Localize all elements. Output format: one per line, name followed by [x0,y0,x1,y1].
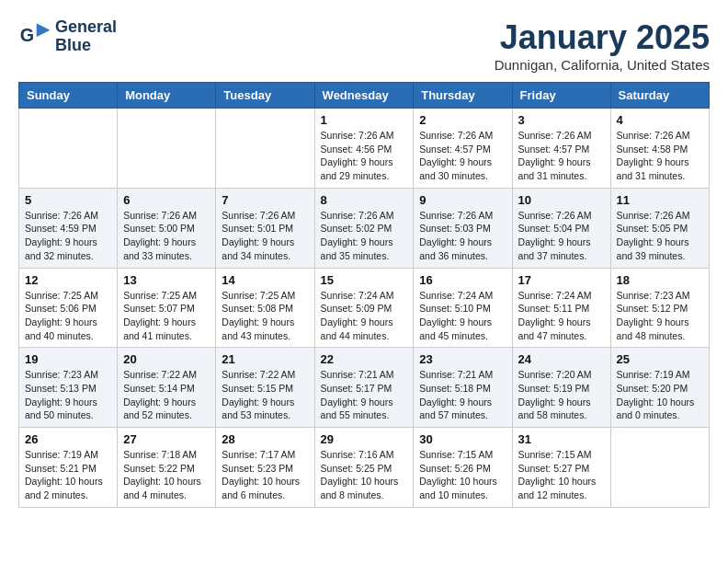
logo-line1: General [55,18,117,37]
day-info: Sunrise: 7:22 AM Sunset: 5:15 PM Dayligh… [222,368,308,422]
day-number: 28 [222,432,308,446]
calendar-cell: 4Sunrise: 7:26 AM Sunset: 4:58 PM Daylig… [610,109,709,189]
day-number: 26 [25,432,111,446]
day-info: Sunrise: 7:26 AM Sunset: 4:57 PM Dayligh… [419,129,506,183]
day-number: 15 [321,273,408,287]
day-number: 14 [222,273,308,287]
calendar-week-row: 1Sunrise: 7:26 AM Sunset: 4:56 PM Daylig… [19,109,710,189]
day-info: Sunrise: 7:26 AM Sunset: 4:57 PM Dayligh… [518,129,605,183]
calendar-cell: 24Sunrise: 7:20 AM Sunset: 5:19 PM Dayli… [512,348,610,428]
day-info: Sunrise: 7:25 AM Sunset: 5:08 PM Dayligh… [222,289,308,343]
day-number: 22 [321,352,408,366]
day-info: Sunrise: 7:18 AM Sunset: 5:22 PM Dayligh… [123,448,210,502]
day-info: Sunrise: 7:20 AM Sunset: 5:19 PM Dayligh… [518,368,605,422]
day-number: 6 [123,193,210,207]
day-number: 9 [419,193,506,207]
day-number: 5 [25,193,111,207]
calendar-header-wednesday: Wednesday [314,83,414,109]
calendar-cell: 7Sunrise: 7:26 AM Sunset: 5:01 PM Daylig… [216,188,314,268]
day-number: 18 [617,273,703,287]
day-info: Sunrise: 7:26 AM Sunset: 5:01 PM Dayligh… [222,209,308,263]
day-info: Sunrise: 7:21 AM Sunset: 5:18 PM Dayligh… [419,368,506,422]
title-block: January 2025 Dunnigan, California, Unite… [495,18,710,73]
calendar-cell: 20Sunrise: 7:22 AM Sunset: 5:14 PM Dayli… [118,348,216,428]
day-info: Sunrise: 7:26 AM Sunset: 5:05 PM Dayligh… [617,209,703,263]
day-number: 24 [518,352,605,366]
day-info: Sunrise: 7:26 AM Sunset: 5:02 PM Dayligh… [321,209,408,263]
calendar-cell [610,428,709,508]
logo-line2: Blue [55,37,117,55]
day-info: Sunrise: 7:26 AM Sunset: 5:04 PM Dayligh… [518,209,605,263]
day-info: Sunrise: 7:16 AM Sunset: 5:25 PM Dayligh… [321,448,408,502]
day-number: 31 [518,432,605,446]
calendar-cell: 28Sunrise: 7:17 AM Sunset: 5:23 PM Dayli… [216,428,314,508]
calendar-cell: 18Sunrise: 7:23 AM Sunset: 5:12 PM Dayli… [610,268,709,348]
calendar-cell: 17Sunrise: 7:24 AM Sunset: 5:11 PM Dayli… [512,268,610,348]
calendar-week-row: 5Sunrise: 7:26 AM Sunset: 4:59 PM Daylig… [19,188,710,268]
day-info: Sunrise: 7:24 AM Sunset: 5:10 PM Dayligh… [419,289,506,343]
day-number: 19 [25,352,111,366]
calendar-header-tuesday: Tuesday [216,83,314,109]
day-number: 13 [123,273,210,287]
day-number: 8 [321,193,408,207]
calendar-cell: 14Sunrise: 7:25 AM Sunset: 5:08 PM Dayli… [216,268,314,348]
calendar-cell: 22Sunrise: 7:21 AM Sunset: 5:17 PM Dayli… [314,348,414,428]
calendar-cell: 11Sunrise: 7:26 AM Sunset: 5:05 PM Dayli… [610,188,709,268]
day-info: Sunrise: 7:19 AM Sunset: 5:20 PM Dayligh… [617,368,703,422]
calendar-header-sunday: Sunday [19,83,118,109]
calendar-cell: 15Sunrise: 7:24 AM Sunset: 5:09 PM Dayli… [314,268,414,348]
calendar-header-thursday: Thursday [414,83,512,109]
calendar-cell: 9Sunrise: 7:26 AM Sunset: 5:03 PM Daylig… [414,188,512,268]
calendar-cell: 6Sunrise: 7:26 AM Sunset: 5:00 PM Daylig… [118,188,216,268]
logo: G General Blue [18,18,117,55]
day-number: 10 [518,193,605,207]
calendar-cell: 16Sunrise: 7:24 AM Sunset: 5:10 PM Dayli… [414,268,512,348]
page-header: G General Blue January 2025 Dunnigan, Ca… [18,18,710,73]
calendar-cell: 26Sunrise: 7:19 AM Sunset: 5:21 PM Dayli… [19,428,118,508]
day-info: Sunrise: 7:26 AM Sunset: 5:00 PM Dayligh… [123,209,210,263]
day-number: 1 [321,113,408,127]
logo-text: General Blue [55,18,117,55]
calendar-cell: 10Sunrise: 7:26 AM Sunset: 5:04 PM Dayli… [512,188,610,268]
day-info: Sunrise: 7:25 AM Sunset: 5:07 PM Dayligh… [123,289,210,343]
calendar-cell: 8Sunrise: 7:26 AM Sunset: 5:02 PM Daylig… [314,188,414,268]
calendar-cell: 21Sunrise: 7:22 AM Sunset: 5:15 PM Dayli… [216,348,314,428]
day-number: 11 [617,193,703,207]
day-info: Sunrise: 7:17 AM Sunset: 5:23 PM Dayligh… [222,448,308,502]
day-info: Sunrise: 7:21 AM Sunset: 5:17 PM Dayligh… [321,368,408,422]
calendar-cell: 25Sunrise: 7:19 AM Sunset: 5:20 PM Dayli… [610,348,709,428]
day-info: Sunrise: 7:25 AM Sunset: 5:06 PM Dayligh… [25,289,111,343]
location: Dunnigan, California, United States [495,57,710,73]
calendar-header-monday: Monday [118,83,216,109]
calendar-cell: 13Sunrise: 7:25 AM Sunset: 5:07 PM Dayli… [118,268,216,348]
day-info: Sunrise: 7:26 AM Sunset: 4:56 PM Dayligh… [321,129,408,183]
day-info: Sunrise: 7:19 AM Sunset: 5:21 PM Dayligh… [25,448,111,502]
day-number: 25 [617,352,703,366]
day-number: 27 [123,432,210,446]
calendar-cell: 3Sunrise: 7:26 AM Sunset: 4:57 PM Daylig… [512,109,610,189]
day-info: Sunrise: 7:26 AM Sunset: 4:58 PM Dayligh… [617,129,703,183]
logo-icon: G [18,20,51,53]
day-info: Sunrise: 7:26 AM Sunset: 4:59 PM Dayligh… [25,209,111,263]
day-info: Sunrise: 7:24 AM Sunset: 5:11 PM Dayligh… [518,289,605,343]
day-number: 16 [419,273,506,287]
calendar-cell: 19Sunrise: 7:23 AM Sunset: 5:13 PM Dayli… [19,348,118,428]
day-number: 12 [25,273,111,287]
day-info: Sunrise: 7:23 AM Sunset: 5:12 PM Dayligh… [617,289,703,343]
calendar-header-saturday: Saturday [610,83,709,109]
calendar-cell: 23Sunrise: 7:21 AM Sunset: 5:18 PM Dayli… [414,348,512,428]
calendar-cell: 29Sunrise: 7:16 AM Sunset: 5:25 PM Dayli… [314,428,414,508]
calendar-cell: 30Sunrise: 7:15 AM Sunset: 5:26 PM Dayli… [414,428,512,508]
day-number: 2 [419,113,506,127]
calendar-cell: 12Sunrise: 7:25 AM Sunset: 5:06 PM Dayli… [19,268,118,348]
day-info: Sunrise: 7:26 AM Sunset: 5:03 PM Dayligh… [419,209,506,263]
calendar-cell: 31Sunrise: 7:15 AM Sunset: 5:27 PM Dayli… [512,428,610,508]
day-number: 30 [419,432,506,446]
calendar-table: SundayMondayTuesdayWednesdayThursdayFrid… [18,82,710,508]
day-number: 21 [222,352,308,366]
day-number: 23 [419,352,506,366]
calendar-cell: 2Sunrise: 7:26 AM Sunset: 4:57 PM Daylig… [414,109,512,189]
calendar-week-row: 19Sunrise: 7:23 AM Sunset: 5:13 PM Dayli… [19,348,710,428]
calendar-cell: 27Sunrise: 7:18 AM Sunset: 5:22 PM Dayli… [118,428,216,508]
svg-text:G: G [20,25,34,45]
